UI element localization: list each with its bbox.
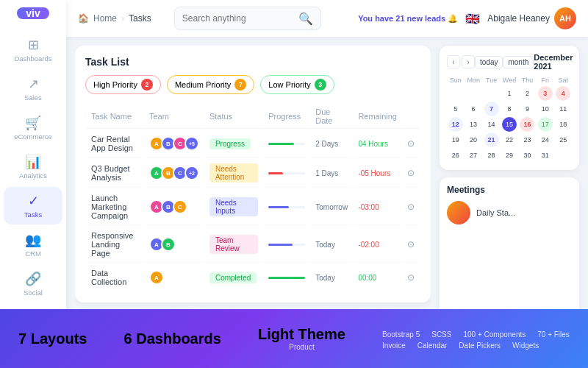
calendar-day[interactable]: 30 <box>520 148 534 163</box>
team-extra: +2 <box>184 166 199 180</box>
medium-priority-tab[interactable]: Medium Priority 7 <box>167 75 254 94</box>
medium-priority-badge: 7 <box>234 79 246 91</box>
calendar-day[interactable]: 13 <box>466 117 481 132</box>
calendar-day[interactable]: 15 <box>502 117 517 132</box>
calendar-day[interactable]: 1 <box>502 86 517 101</box>
calendar-day[interactable] <box>448 86 463 101</box>
calendar-day[interactable]: 17 <box>538 117 553 132</box>
calendar-day[interactable]: 11 <box>556 102 570 116</box>
progress-bar-container <box>268 277 305 279</box>
low-priority-badge: 3 <box>315 79 326 91</box>
sidebar-item-crm[interactable]: 👥 CRM <box>4 226 62 263</box>
calendar-day[interactable]: 12 <box>448 117 463 132</box>
calendar-day[interactable]: 9 <box>520 102 534 116</box>
meeting-avatar <box>447 201 470 224</box>
status-badge: Needs Attention <box>209 163 258 183</box>
calendar-next-btn[interactable]: › <box>462 55 475 68</box>
calendar-day[interactable]: 8 <box>502 102 517 116</box>
logo: viv <box>17 7 49 19</box>
calendar-day[interactable]: 27 <box>466 148 481 163</box>
calendar-day[interactable] <box>466 86 481 101</box>
col-status: Status <box>205 105 262 129</box>
sidebar-label-analytics: Analytics <box>19 171 47 180</box>
low-priority-tab[interactable]: Low Priority 3 <box>260 75 334 94</box>
user-name: Abigale Heaney <box>487 13 550 24</box>
progress-bar-container <box>268 172 305 174</box>
sales-icon: ↗ <box>28 76 39 92</box>
progress-bar-container <box>268 143 305 145</box>
calendar-day[interactable]: 18 <box>556 117 570 132</box>
sidebar-item-sales[interactable]: ↗ Sales <box>4 70 62 107</box>
row-action-icon[interactable]: ⊙ <box>407 272 415 283</box>
table-row: Launch Marketing CampaignABCNeeds Inputs… <box>87 189 419 225</box>
calendar-day[interactable]: 31 <box>538 148 553 163</box>
search-bar[interactable]: 🔍 <box>174 7 321 30</box>
calendar-day[interactable]: 16 <box>520 117 534 132</box>
table-row: Q3 Budget AnalysisABC+2Needs Attention 1… <box>87 159 419 188</box>
sidebar-item-social[interactable]: 🔗 Social <box>4 265 62 302</box>
calendar-day[interactable]: 20 <box>466 132 481 147</box>
calendar-day[interactable]: 23 <box>520 132 534 147</box>
high-priority-tab[interactable]: High Priority 2 <box>85 75 161 94</box>
ecommerce-icon: 🛒 <box>25 115 41 131</box>
calendar-day[interactable]: 2 <box>520 86 534 101</box>
meetings-title: Meetings <box>447 185 572 195</box>
calendar-day[interactable]: 22 <box>502 132 517 147</box>
page-title: Tasks <box>129 13 151 24</box>
calendar-day[interactable] <box>556 148 570 163</box>
row-action-icon[interactable]: ⊙ <box>407 168 415 178</box>
progress-bar <box>268 206 289 208</box>
sidebar-item-analytics[interactable]: 📊 Analytics <box>4 148 62 185</box>
calendar-day[interactable]: 25 <box>556 132 570 147</box>
calendar-day[interactable]: 28 <box>484 148 499 163</box>
overlay-dashboards: 6 Dashboards <box>124 330 221 347</box>
calendar-day[interactable]: 21 <box>484 132 499 147</box>
task-table: Task Name Team Status Progress Due Date … <box>85 103 420 292</box>
team-avatar: A <box>149 270 164 285</box>
flag-icon: 🇬🇧 <box>465 12 480 26</box>
social-icon: 🔗 <box>25 271 41 287</box>
analytics-icon: 📊 <box>25 154 41 170</box>
calendar-day[interactable]: 7 <box>484 102 499 116</box>
due-date: Today <box>315 241 335 249</box>
col-due-date: Due Date <box>311 105 352 129</box>
calendar-day[interactable] <box>484 86 499 101</box>
sidebar-item-dashboards[interactable]: ⊞ Dashboards <box>4 31 62 68</box>
meeting-item: Daily Sta... <box>447 201 572 224</box>
cal-header-wed: Wed <box>501 75 517 85</box>
overlay-item-6: Date Pickers <box>459 342 501 350</box>
month-btn[interactable]: month <box>503 56 534 68</box>
calendar-day[interactable]: 3 <box>538 86 553 101</box>
calendar-day[interactable]: 26 <box>448 148 463 163</box>
sidebar-label-crm: CRM <box>25 250 41 258</box>
calendar-day[interactable]: 14 <box>484 117 499 132</box>
sidebar-item-ecommerce[interactable]: 🛒 eCommerce <box>4 109 62 146</box>
row-action-icon[interactable]: ⊙ <box>407 202 415 212</box>
remaining: -02:00 <box>358 241 379 249</box>
crm-icon: 👥 <box>25 232 41 248</box>
leads-suffix: new leads <box>407 14 446 23</box>
calendar-day[interactable]: 5 <box>448 102 463 116</box>
today-btn[interactable]: today <box>475 56 503 68</box>
calendar-day[interactable]: 6 <box>466 102 481 116</box>
sidebar-item-tasks[interactable]: ✓ Tasks <box>4 187 62 224</box>
row-action-icon[interactable]: ⊙ <box>407 239 415 250</box>
calendar-day[interactable]: 29 <box>502 148 517 163</box>
calendar-day[interactable]: 10 <box>538 102 553 116</box>
tasks-icon: ✓ <box>28 193 39 209</box>
team-avatar: C <box>173 199 187 214</box>
search-input[interactable] <box>182 13 298 24</box>
overlay-item-5: Calendar <box>417 342 448 350</box>
calendar-day[interactable]: 24 <box>538 132 553 147</box>
calendar-day[interactable]: 19 <box>448 132 463 147</box>
cal-header-mon: Mon <box>465 75 481 85</box>
due-date: 1 Days <box>315 169 338 177</box>
calendar-prev-btn[interactable]: ‹ <box>447 55 460 68</box>
col-task-name: Task Name <box>87 105 143 129</box>
home-label: Home <box>93 13 117 24</box>
overlay-theme-text: Light Theme <box>258 326 345 343</box>
overlay-small-items: Bootstrap 5 SCSS 100 + Components 70 + F… <box>382 330 570 339</box>
home-icon: 🏠 <box>78 13 89 24</box>
calendar-day[interactable]: 4 <box>556 86 570 101</box>
row-action-icon[interactable]: ⊙ <box>407 138 415 149</box>
